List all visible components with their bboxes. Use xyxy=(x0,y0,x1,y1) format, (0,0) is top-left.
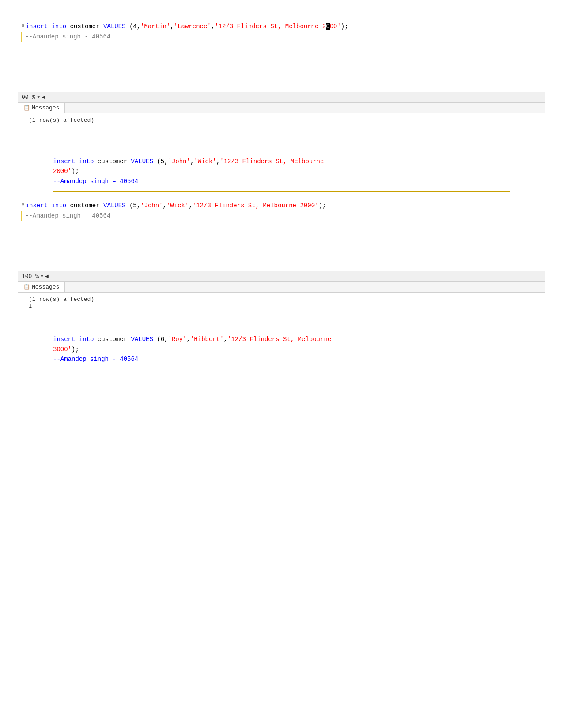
comma2: , xyxy=(211,23,215,30)
comma1: , xyxy=(170,23,174,30)
messages-tab-label-2: Messages xyxy=(32,284,59,290)
zoom-nav-left-2[interactable]: ◀ xyxy=(45,273,49,280)
gap-1 xyxy=(18,140,545,153)
values-paren-1: (4, xyxy=(129,23,140,30)
val-martin: 'Martin' xyxy=(140,23,170,30)
keyword-values-1: VALUES xyxy=(103,23,125,30)
messages-content-1: (1 row(s) affected) xyxy=(18,113,545,131)
messages-tab-label-1: Messages xyxy=(32,105,59,111)
sql-plain-line-2: 2000'); xyxy=(53,166,510,176)
zoom-dropdown-arrow-1[interactable]: ▼ xyxy=(37,95,40,100)
editor-toolbar-2: 100 % ▼ ◀ xyxy=(18,271,545,282)
page-container: ⊟ insert into customer VALUES (4,'Martin… xyxy=(0,9,563,378)
line-content-2-1: insert into customer VALUES (5,'John','W… xyxy=(26,201,541,210)
plain-val-wick: 'Wick' xyxy=(194,158,216,165)
messages-icon-2: 📋 xyxy=(23,284,30,290)
messages-tab-bar-2: 📋 Messages xyxy=(18,282,545,293)
plain-comma-2: , xyxy=(216,158,220,165)
plain2-vals: (6, xyxy=(157,336,168,343)
messages-text-1: (1 row(s) affected) xyxy=(29,117,94,124)
comma3: , xyxy=(163,202,166,209)
editor-empty-space-1 xyxy=(18,42,545,86)
close-paren-2: ); xyxy=(318,202,326,209)
editor-line-2-2: --Amandep singh – 40564 xyxy=(21,211,545,221)
sql-plain-line-1: insert into customer VALUES (5,'John','W… xyxy=(53,157,510,166)
comment-line-1: --Amandep singh - 40564 xyxy=(25,32,110,41)
editor-block-1: ⊟ insert into customer VALUES (4,'Martin… xyxy=(18,18,545,90)
editor-empty-space-2 xyxy=(18,221,545,265)
collapse-icon-2[interactable]: ⊟ xyxy=(22,201,25,209)
editor-line-2-1: ⊟ insert into customer VALUES (5,'John',… xyxy=(18,201,545,211)
messages-content-2: (1 row(s) affected) I xyxy=(18,293,545,313)
close-paren-1: ); xyxy=(341,23,348,30)
sql-plain-block-1: insert into customer VALUES (5,'John','W… xyxy=(18,153,545,190)
comma4: , xyxy=(189,202,192,209)
messages-tab-bar-1: 📋 Messages xyxy=(18,103,545,113)
plain-kw-insert-1: insert into xyxy=(53,158,94,165)
cursor-block-1: 0 xyxy=(326,23,329,30)
plain2-val-addr-1: '12/3 Flinders St, Melbourne xyxy=(227,336,331,343)
comment-line-2: --Amandep singh – 40564 xyxy=(25,211,110,221)
collapse-icon-1[interactable]: ⊟ xyxy=(22,22,25,30)
zoom-nav-left-1[interactable]: ◀ xyxy=(42,94,45,101)
plain-val-addr-1: '12/3 Flinders St, Melbourne xyxy=(220,158,324,165)
plain2-table: customer xyxy=(98,336,127,343)
plain2-kw-insert: insert into xyxy=(53,336,94,343)
val-address-1b: 00' xyxy=(330,23,341,30)
editor-block-2: ⊟ insert into customer VALUES (5,'John',… xyxy=(18,197,545,269)
editor-line-1-2: --Amandep singh - 40564 xyxy=(21,32,545,42)
editor-line-1-1: ⊟ insert into customer VALUES (4,'Martin… xyxy=(18,22,545,32)
plain-vals-1: (5, xyxy=(157,158,168,165)
line-content-1-1: insert into customer VALUES (4,'Martin',… xyxy=(26,22,541,31)
keyword-insert-2: insert into xyxy=(26,202,66,209)
plain-table-1: customer xyxy=(98,158,127,165)
separator-1 xyxy=(53,191,510,192)
keyword-values-2: VALUES xyxy=(103,202,125,209)
zoom-display-2: 100 % ▼ ◀ xyxy=(22,273,49,280)
val-wick: 'Wick' xyxy=(166,202,189,209)
sql-plain2-line-2: 3000'); xyxy=(53,345,510,354)
plain2-val-addr-2: 3000' xyxy=(53,346,72,353)
plain2-close: ); xyxy=(72,346,79,353)
plain2-val-hibbert: 'Hibbert' xyxy=(190,336,224,343)
zoom-display-1: 00 % ▼ ◀ xyxy=(22,94,45,101)
keyword-insert-1: insert into xyxy=(26,23,66,30)
values-paren-2: (5, xyxy=(129,202,140,209)
val-lawrence: 'Lawrence' xyxy=(174,23,211,30)
editor-block-2-wrapper: ⊟ insert into customer VALUES (5,'John',… xyxy=(18,197,545,313)
messages-tab-1[interactable]: 📋 Messages xyxy=(18,103,65,113)
zoom-value-2: 100 % xyxy=(22,273,39,280)
plain-kw-values-1: VALUES xyxy=(131,158,153,165)
plain-comment-1: --Amandep singh – 40564 xyxy=(53,178,138,185)
table-name-2: customer xyxy=(70,202,99,209)
messages-text-2a: (1 row(s) affected) xyxy=(29,296,534,303)
sql-plain2-line-1: insert into customer VALUES (6,'Roy','Hi… xyxy=(53,334,510,344)
plain-val-john: 'John' xyxy=(168,158,190,165)
val-address-1: '12/3 Flinders St, Melbourne 2 xyxy=(215,23,326,30)
plain-val-addr-2: 2000' xyxy=(53,168,72,175)
editor-toolbar-1: 00 % ▼ ◀ xyxy=(18,92,545,103)
plain2-comma2: , xyxy=(224,336,227,343)
zoom-value-1: 00 % xyxy=(22,94,35,101)
messages-text-2b: I xyxy=(29,303,534,309)
sql-plain2-line-3: --Amandep singh - 40564 xyxy=(53,354,510,364)
table-name-1: customer xyxy=(70,23,99,30)
plain2-val-roy: 'Roy' xyxy=(168,336,187,343)
plain2-comment: --Amandep singh - 40564 xyxy=(53,356,138,363)
plain-close-1: ); xyxy=(72,168,79,175)
val-address-2: '12/3 Flinders St, Melbourne 2000' xyxy=(193,202,319,209)
plain2-comma1: , xyxy=(187,336,190,343)
gap-2 xyxy=(18,322,545,331)
plain2-kw-values: VALUES xyxy=(131,336,153,343)
zoom-dropdown-arrow-2[interactable]: ▼ xyxy=(41,274,43,279)
messages-tab-2[interactable]: 📋 Messages xyxy=(18,282,65,292)
messages-icon-1: 📋 xyxy=(23,105,30,111)
sql-plain-block-2: insert into customer VALUES (6,'Roy','Hi… xyxy=(18,331,545,368)
sql-plain-line-3: --Amandep singh – 40564 xyxy=(53,176,510,186)
val-john: 'John' xyxy=(140,202,162,209)
